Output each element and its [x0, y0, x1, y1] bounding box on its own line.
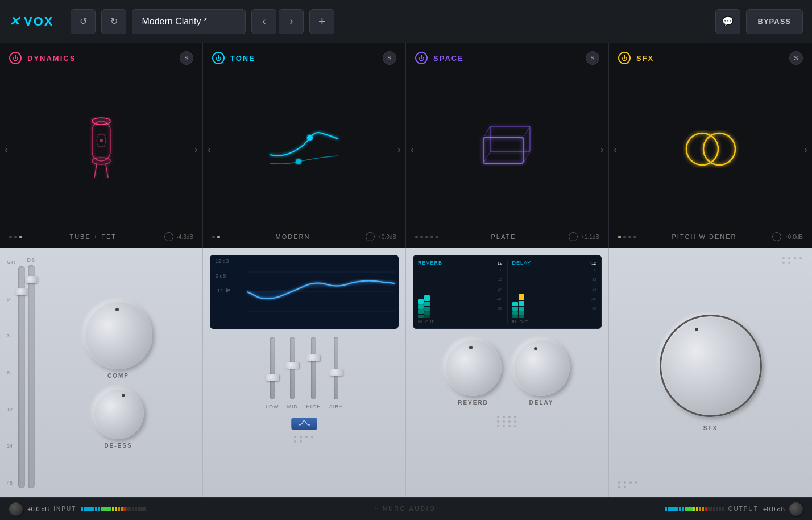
- reverb-in-label: IN: [418, 320, 422, 324]
- rings-icon: [682, 121, 739, 178]
- airplus-slider-thumb[interactable]: [329, 369, 343, 376]
- low-slider-thumb[interactable]: [266, 374, 279, 381]
- space-dots: [415, 236, 438, 238]
- high-slider-track: [311, 337, 316, 399]
- space-prev-button[interactable]: ‹: [411, 143, 415, 156]
- mdot: [115, 507, 117, 511]
- bottom-bar: +0.0 dB INPUT ~ NURO AUDIO: [0, 497, 812, 520]
- svg-point-10: [307, 135, 313, 141]
- space-module: ⏻ SPACE S ‹: [406, 43, 609, 248]
- tone-clock-icon[interactable]: [366, 232, 375, 241]
- tone-footer: MODERN +0.0dB: [203, 228, 405, 248]
- mdot: [687, 507, 690, 511]
- gdot: [305, 436, 308, 438]
- mdot: [705, 507, 707, 511]
- delay-meter-title: DELAY: [512, 260, 532, 266]
- tone-controls: 12 dB 0 dB -12 dB: [203, 248, 406, 497]
- sfx-clock-icon[interactable]: [772, 232, 781, 241]
- ds-slider-thumb[interactable]: [25, 276, 38, 283]
- space-power-button[interactable]: ⏻: [415, 52, 428, 64]
- dot-active: [618, 236, 621, 238]
- mdot: [722, 507, 724, 511]
- add-button[interactable]: +: [309, 9, 334, 34]
- tone-s-button[interactable]: S: [383, 51, 396, 65]
- sfx-prev-button[interactable]: ‹: [614, 143, 618, 156]
- dynamics-next-button[interactable]: ›: [194, 143, 198, 156]
- comment-button[interactable]: 💬: [715, 9, 740, 34]
- dynamics-power-button[interactable]: ⏻: [9, 52, 22, 64]
- comp-knob[interactable]: [84, 301, 152, 369]
- input-label: INPUT: [53, 506, 76, 512]
- modules-row: ⏻ DYNAMICS S ‹: [0, 43, 812, 248]
- mid-slider-thumb[interactable]: [285, 362, 299, 369]
- undo-button[interactable]: ↺: [71, 9, 96, 34]
- mdot: [670, 507, 673, 511]
- gdot: [300, 440, 302, 443]
- mdot: [135, 507, 137, 511]
- mdot: [103, 507, 106, 511]
- tone-module: ⏻ TONE S ‹ ›: [203, 43, 406, 248]
- sfx-next-button[interactable]: ›: [803, 143, 807, 156]
- tone-next-button[interactable]: ›: [397, 143, 401, 156]
- bypass-button[interactable]: BYPASS: [746, 9, 803, 34]
- delay-meter-section: DELAY +12: [512, 260, 597, 324]
- low-slider-track: [270, 337, 275, 399]
- input-level-knob[interactable]: [9, 502, 23, 516]
- mdot: [716, 507, 718, 511]
- top-bar: ✕ VOX ↺ ↻ Modern Clarity * ‹ › + 💬 BYPAS…: [0, 0, 812, 43]
- mdot: [132, 507, 134, 511]
- delay-out-label: OUT: [520, 320, 528, 324]
- sfx-dots: [618, 236, 636, 238]
- dynamics-header: ⏻ DYNAMICS S: [0, 43, 202, 71]
- redo-button[interactable]: ↻: [101, 9, 126, 34]
- mdot: [140, 507, 143, 511]
- output-label: OUTPUT: [728, 506, 759, 512]
- dynamics-clock-icon[interactable]: [164, 232, 173, 241]
- mdot: [719, 507, 721, 511]
- mdot: [98, 507, 100, 511]
- preset-name[interactable]: Modern Clarity *: [132, 9, 246, 34]
- gdot: [794, 257, 796, 259]
- svg-point-18: [686, 133, 718, 165]
- gdot: [503, 420, 505, 423]
- mdot: [702, 507, 704, 511]
- tone-power-button[interactable]: ⏻: [212, 52, 225, 64]
- space-preset-name: PLATE: [438, 233, 569, 240]
- sfx-s-button[interactable]: S: [789, 51, 803, 65]
- mdot: [112, 507, 114, 511]
- sfx-knob[interactable]: [660, 315, 762, 417]
- prev-preset-button[interactable]: ‹: [251, 9, 276, 34]
- mdot: [118, 507, 120, 511]
- dynamics-s-button[interactable]: S: [180, 51, 193, 65]
- gdot: [624, 486, 626, 488]
- reverb-knob[interactable]: [445, 339, 502, 396]
- mdot: [713, 507, 715, 511]
- tone-visual: ‹ ›: [203, 71, 405, 228]
- sfx-power-button[interactable]: ⏻: [618, 52, 631, 64]
- eq-curve-icon: [264, 126, 344, 172]
- output-level-knob[interactable]: [789, 502, 803, 516]
- gdot: [294, 440, 296, 443]
- dot: [425, 236, 428, 238]
- deess-knob[interactable]: [93, 388, 144, 439]
- mid-slider-col: MID: [287, 337, 299, 410]
- mdot: [123, 507, 126, 511]
- space-clock-icon[interactable]: [569, 232, 578, 241]
- tone-title: TONE: [230, 54, 255, 63]
- next-preset-button[interactable]: ›: [279, 9, 304, 34]
- space-s-button[interactable]: S: [586, 51, 599, 65]
- gdot: [618, 486, 620, 488]
- tone-prev-button[interactable]: ‹: [208, 143, 212, 156]
- delay-knob[interactable]: [513, 339, 570, 396]
- dynamics-prev-button[interactable]: ‹: [5, 143, 9, 156]
- mdot: [682, 507, 684, 511]
- gdot: [635, 481, 637, 484]
- gr-slider-thumb[interactable]: [15, 288, 28, 295]
- gdot: [497, 416, 499, 418]
- high-slider-thumb[interactable]: [306, 354, 320, 361]
- eq-neg12db-label: -12 dB: [216, 288, 231, 294]
- space-next-button[interactable]: ›: [600, 143, 604, 156]
- sfx-knob-label: SFX: [703, 425, 718, 431]
- sfx-title: SFX: [636, 54, 654, 63]
- shape-button[interactable]: [291, 418, 317, 430]
